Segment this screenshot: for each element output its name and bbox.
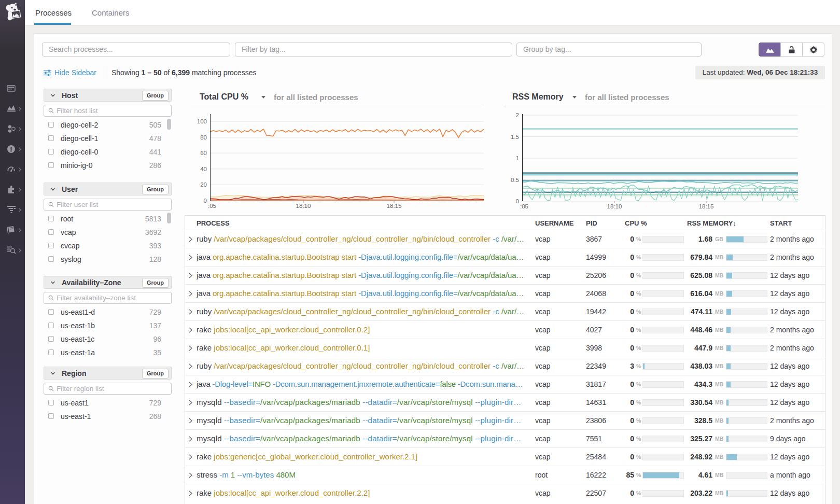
svg-text:1.5: 1.5 <box>511 134 519 140</box>
svg-text:18:15: 18:15 <box>387 203 402 209</box>
svg-text:0.5: 0.5 <box>511 177 519 183</box>
svg-text:2: 2 <box>516 112 519 118</box>
svg-text:18:10: 18:10 <box>607 203 622 209</box>
svg-text:100: 100 <box>197 118 207 124</box>
svg-text:18:15: 18:15 <box>699 203 714 209</box>
svg-text:1: 1 <box>516 155 519 161</box>
svg-text:60: 60 <box>200 150 207 156</box>
svg-text:0: 0 <box>516 198 519 204</box>
svg-text:20: 20 <box>200 181 207 188</box>
svg-text:40: 40 <box>200 166 207 172</box>
svg-text::05: :05 <box>520 203 528 209</box>
svg-text::05: :05 <box>208 203 216 209</box>
svg-text:80: 80 <box>200 134 207 141</box>
svg-text:0: 0 <box>204 198 207 204</box>
svg-text:18:10: 18:10 <box>296 203 311 209</box>
